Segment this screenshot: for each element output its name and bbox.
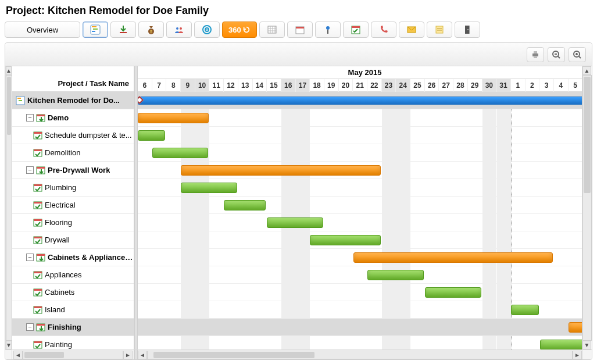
note-icon (434, 24, 445, 35)
day-cell: 25 (410, 79, 425, 92)
task-row[interactable]: Flooring (12, 214, 134, 231)
svg-rect-58 (34, 341, 42, 343)
phone-tab[interactable] (371, 22, 396, 38)
gantt-bar[interactable] (181, 183, 237, 193)
email-icon (406, 24, 417, 35)
gantt-row (138, 336, 592, 349)
360-label: 360 (228, 26, 241, 34)
task-row[interactable]: Schedule dumpster & te... (12, 127, 134, 144)
calendar-grid-tab[interactable] (259, 22, 285, 38)
collapse-toggle[interactable]: − (26, 166, 34, 174)
task-label: Demo (48, 113, 69, 122)
day-cell: 19 (324, 79, 339, 92)
day-cell: 10 (195, 79, 210, 92)
day-cell: 29 (468, 79, 482, 92)
gantt-row (138, 197, 592, 214)
task-group-row[interactable]: Kitchen Remodel for Do... (12, 92, 134, 109)
approvals-tab[interactable] (110, 22, 136, 38)
gantt-bar[interactable] (367, 270, 424, 280)
zoom-out-button[interactable] (548, 47, 565, 62)
day-cell: 9 (181, 79, 195, 92)
calendar-tab[interactable] (287, 22, 313, 38)
gantt-header-controls (5, 43, 592, 66)
people-icon (174, 24, 184, 35)
gantt-bar[interactable] (138, 97, 592, 105)
task-group-row[interactable]: −Cabinets & Appliances... (12, 249, 134, 266)
print-button[interactable] (527, 47, 544, 62)
svg-rect-30 (19, 100, 22, 101)
gantt-bar[interactable] (267, 217, 323, 228)
task-list-hscroll[interactable]: ◄ ► (12, 350, 134, 359)
gantt-bar[interactable] (138, 130, 165, 141)
svg-rect-54 (34, 306, 42, 308)
svg-point-11 (206, 29, 208, 30)
email-tab[interactable] (399, 22, 424, 38)
collapse-toggle[interactable]: − (26, 323, 34, 331)
day-cell: 8 (166, 79, 181, 92)
task-group-row[interactable]: −Pre-Drywall Work (12, 162, 134, 179)
notes-tab[interactable] (427, 22, 452, 38)
day-cell: 22 (367, 79, 382, 92)
day-cell: 28 (453, 79, 468, 92)
task-row[interactable]: Drywall (12, 231, 134, 249)
svg-rect-29 (17, 98, 21, 99)
task-row[interactable]: Electrical (12, 197, 134, 214)
timeline-header: May 2015 6789101112131415161718192021222… (138, 66, 592, 92)
day-cell: 11 (209, 79, 224, 92)
exit-tab[interactable] (455, 22, 480, 38)
svg-rect-19 (436, 26, 443, 33)
pin-tab[interactable] (315, 22, 341, 38)
money-bag-icon: $ (146, 24, 156, 35)
task-label: Demolition (45, 148, 80, 157)
task-label: Cabinets & Appliances... (48, 253, 134, 262)
svg-rect-46 (34, 237, 42, 238)
task-label: Drywall (45, 235, 70, 244)
gantt-bar[interactable] (138, 113, 209, 123)
team-tab[interactable] (166, 22, 192, 38)
collapse-toggle[interactable]: − (26, 254, 34, 261)
task-group-row[interactable]: −Demo (12, 109, 134, 127)
svg-rect-48 (37, 254, 45, 256)
task-row[interactable]: Cabinets (12, 284, 134, 301)
left-vertical-scrollbar[interactable]: ▲ ▼ (5, 66, 12, 349)
gantt-bar[interactable] (511, 305, 538, 315)
gantt-bar[interactable] (224, 200, 266, 210)
task-label: Pre-Drywall Work (48, 166, 110, 174)
gantt-bar[interactable] (310, 235, 381, 245)
svg-rect-44 (34, 219, 42, 221)
gantt-bar[interactable] (353, 252, 553, 263)
gantt-bar[interactable] (425, 287, 481, 298)
task-group-row[interactable]: −Finishing (12, 319, 134, 336)
calendar-icon (295, 24, 305, 35)
svg-rect-4 (120, 32, 127, 33)
zoom-in-button[interactable] (569, 47, 586, 62)
task-label: Finishing (48, 323, 81, 331)
task-label: Plumbing (45, 183, 76, 192)
gantt-tab[interactable] (83, 22, 108, 38)
gantt-bar[interactable] (152, 148, 209, 158)
task-row[interactable]: Painting (12, 336, 134, 349)
calendar-check-icon (351, 24, 361, 35)
collapse-toggle[interactable]: − (26, 114, 34, 122)
svg-rect-2 (93, 28, 98, 30)
task-row[interactable]: Demolition (12, 144, 134, 162)
task-row[interactable]: Plumbing (12, 179, 134, 197)
task-row[interactable]: Appliances (12, 266, 134, 284)
svg-rect-25 (534, 56, 537, 58)
schedule-tab[interactable] (343, 22, 369, 38)
download-icon (118, 24, 128, 35)
gantt-bar[interactable] (181, 165, 381, 176)
task-row[interactable]: Island (12, 301, 134, 319)
target-tab[interactable] (194, 22, 220, 38)
gantt-hscroll[interactable]: ◄ ► (138, 350, 582, 359)
refresh-icon (242, 26, 251, 34)
360-tab[interactable]: 360 (222, 22, 257, 38)
svg-point-21 (467, 29, 469, 30)
budget-tab[interactable]: $ (138, 22, 164, 38)
day-cell: 16 (281, 79, 296, 92)
day-cell: 5 (569, 79, 583, 92)
overview-tab[interactable]: Overview (5, 22, 80, 38)
right-vertical-scrollbar[interactable]: ▲ ▼ (582, 66, 592, 349)
day-cell: 2 (525, 79, 540, 92)
gantt-chart-area[interactable] (138, 92, 592, 349)
